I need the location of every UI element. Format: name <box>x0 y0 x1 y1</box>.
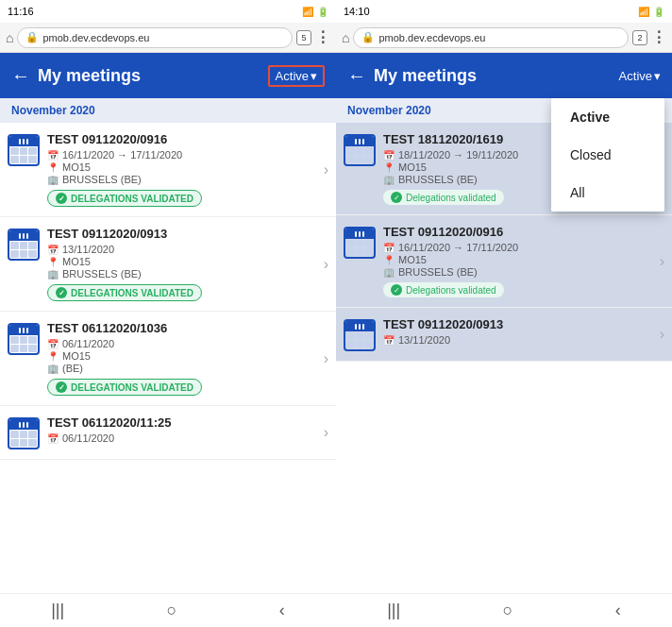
left-tab-badge[interactable]: 5 <box>296 30 311 45</box>
left-meeting-location-2: 📍 MO15 <box>47 256 316 267</box>
left-app-header: ← My meetings Active ▾ <box>0 53 336 98</box>
left-chevron-2: › <box>324 256 328 273</box>
left-meeting-title-1: TEST 09112020/0916 <box>47 132 316 146</box>
left-month-label: November 2020 <box>11 104 95 117</box>
dropdown-item-active[interactable]: Active <box>551 98 664 136</box>
left-calendar-icon-3 <box>8 323 40 355</box>
right-dropdown-arrow-icon: ▾ <box>654 69 661 83</box>
left-url-bar[interactable]: 🔒 pmob.dev.ecdevops.eu <box>17 27 293 48</box>
left-meeting-country-1: 🏢 BRUSSELS (BE) <box>47 174 316 185</box>
left-nav-menu-icon[interactable]: ||| <box>51 601 64 620</box>
building-icon-3: 🏢 <box>47 364 59 374</box>
right-nav-back-icon[interactable]: ‹ <box>615 601 621 620</box>
building-icon-2: 🏢 <box>47 269 59 280</box>
right-validation-badge-1: ✓ Delegations validated <box>383 190 504 205</box>
right-meeting-info-3: TEST 09112020/0913 📅 13/11/2020 <box>383 317 652 347</box>
right-home-icon[interactable]: ⌂ <box>342 30 349 45</box>
check-icon-3: ✓ <box>56 381 67 393</box>
right-calendar-small-icon-1: 📅 <box>383 150 395 161</box>
right-back-button[interactable]: ← <box>347 65 366 87</box>
building-icon: 🏢 <box>47 175 59 185</box>
right-calendar-small-icon-2: 📅 <box>383 243 395 253</box>
left-chevron-3: › <box>324 350 328 367</box>
left-chevron-1: › <box>324 161 328 178</box>
right-pin-icon-2: 📍 <box>383 255 395 265</box>
left-meeting-info-2: TEST 09112020/0913 📅 13/11/2020 📍 MO15 🏢… <box>47 227 316 301</box>
right-active-filter-button[interactable]: Active ▾ <box>619 69 661 83</box>
left-status-bar: 11:16 📶 🔋 <box>0 0 336 23</box>
right-calendar-icon-1 <box>344 134 376 166</box>
right-calendar-icon-2 <box>344 227 376 259</box>
right-check-icon-2: ✓ <box>391 284 402 296</box>
left-browser-menu[interactable]: ⋮ <box>315 28 330 46</box>
left-back-button[interactable]: ← <box>11 65 30 87</box>
dropdown-item-closed[interactable]: Closed <box>551 136 664 174</box>
left-chevron-4: › <box>324 424 328 441</box>
left-home-icon[interactable]: ⌂ <box>6 30 13 45</box>
pin-icon-2: 📍 <box>47 257 59 267</box>
left-active-label: Active <box>276 69 309 83</box>
right-url-bar[interactable]: 🔒 pmob.dev.ecdevops.eu <box>353 27 629 48</box>
right-meeting-date-3: 📅 13/11/2020 <box>383 334 652 346</box>
right-battery-icon: 🔋 <box>653 7 664 17</box>
right-validation-badge-2: ✓ Delegations validated <box>383 282 504 297</box>
left-lock-icon: 🔒 <box>25 31 39 43</box>
left-meetings-list: TEST 09112020/0916 📅 16/11/2020 → 17/11/… <box>0 123 336 593</box>
right-meeting-item-2[interactable]: TEST 09112020/0916 📅 16/11/2020 → 17/11/… <box>336 215 672 308</box>
right-browser-bar: ⌂ 🔒 pmob.dev.ecdevops.eu 2 ⋮ <box>336 23 672 53</box>
right-check-icon-1: ✓ <box>391 192 402 203</box>
left-section-header: November 2020 <box>0 98 336 123</box>
left-meeting-country-3: 🏢 (BE) <box>47 363 316 374</box>
left-meeting-date-2: 📅 13/11/2020 <box>47 244 316 255</box>
right-time: 14:10 <box>344 6 370 17</box>
right-active-label: Active <box>619 69 652 83</box>
left-meeting-item-3[interactable]: TEST 06112020/1036 📅 06/11/2020 📍 MO15 🏢… <box>0 312 336 406</box>
left-validation-badge-1: ✓ DELEGATIONS VALIDATED <box>47 190 202 207</box>
right-meeting-info-2: TEST 09112020/0916 📅 16/11/2020 → 17/11/… <box>383 225 652 297</box>
right-chevron-2: › <box>660 253 664 270</box>
right-meeting-date-2: 📅 16/11/2020 → 17/11/2020 <box>383 242 652 253</box>
right-browser-menu[interactable]: ⋮ <box>651 28 666 46</box>
left-phone-panel: 11:16 📶 🔋 ⌂ 🔒 pmob.dev.ecdevops.eu 5 ⋮ ←… <box>0 0 336 627</box>
right-calendar-icon-3 <box>344 319 376 351</box>
pin-icon-3: 📍 <box>47 351 59 362</box>
left-active-filter-button[interactable]: Active ▾ <box>268 65 325 87</box>
right-nav-menu-icon[interactable]: ||| <box>387 601 400 620</box>
left-nav-home-icon[interactable]: ○ <box>167 601 177 620</box>
left-url-text: pmob.dev.ecdevops.eu <box>42 32 149 43</box>
left-nav-back-icon[interactable]: ‹ <box>279 601 285 620</box>
dropdown-item-all[interactable]: All <box>551 174 664 212</box>
left-time: 11:16 <box>8 6 34 17</box>
left-meeting-item-2[interactable]: TEST 09112020/0913 📅 13/11/2020 📍 MO15 🏢… <box>0 217 336 312</box>
right-bottom-nav: ||| ○ ‹ <box>336 593 672 627</box>
right-signal-icon: 📶 <box>638 7 649 17</box>
right-app-header: ← My meetings Active ▾ <box>336 53 672 98</box>
left-calendar-icon-2 <box>8 229 40 261</box>
right-building-icon-1: 🏢 <box>383 175 395 185</box>
left-meeting-title-4: TEST 06112020/11:25 <box>47 415 316 430</box>
right-meeting-title-3: TEST 09112020/0913 <box>383 317 652 331</box>
calendar-small-icon-2: 📅 <box>47 245 59 255</box>
left-header-left: ← My meetings <box>11 65 141 87</box>
left-meeting-item-4[interactable]: TEST 06112020/11:25 📅 06/11/2020 › <box>0 406 336 460</box>
left-calendar-icon-1 <box>8 134 40 166</box>
right-meeting-item-3[interactable]: TEST 09112020/0913 📅 13/11/2020 › <box>336 308 672 362</box>
left-calendar-icon-4 <box>8 417 40 449</box>
left-meeting-item-1[interactable]: TEST 09112020/0916 📅 16/11/2020 → 17/11/… <box>0 123 336 217</box>
left-meeting-info-4: TEST 06112020/11:25 📅 06/11/2020 <box>47 415 316 445</box>
left-bottom-nav: ||| ○ ‹ <box>0 593 336 627</box>
right-meeting-location-2: 📍 MO15 <box>383 254 652 265</box>
left-meeting-info-1: TEST 09112020/0916 📅 16/11/2020 → 17/11/… <box>47 132 316 207</box>
left-validation-badge-3: ✓ DELEGATIONS VALIDATED <box>47 379 202 396</box>
filter-dropdown-menu: Active Closed All <box>551 98 664 212</box>
left-signal-icon: 📶 <box>302 7 313 17</box>
right-meeting-title-2: TEST 09112020/0916 <box>383 225 652 239</box>
left-meeting-location-3: 📍 MO15 <box>47 350 316 362</box>
right-nav-home-icon[interactable]: ○ <box>503 601 513 620</box>
right-url-text: pmob.dev.ecdevops.eu <box>378 32 485 43</box>
right-page-title: My meetings <box>374 66 477 86</box>
left-meeting-date-1: 📅 16/11/2020 → 17/11/2020 <box>47 149 316 161</box>
calendar-small-icon-4: 📅 <box>47 433 59 444</box>
right-tab-badge[interactable]: 2 <box>632 30 647 45</box>
check-icon: ✓ <box>56 193 67 204</box>
